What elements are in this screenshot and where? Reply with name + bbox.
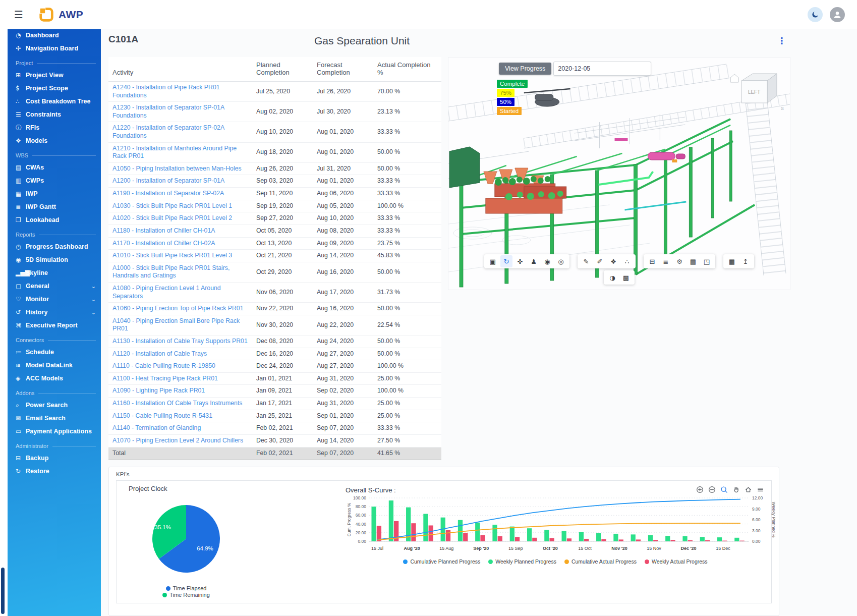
kebab-menu-button[interactable]: ⋮: [774, 35, 789, 47]
sidebar-item-dashboard[interactable]: ◔Dashboard: [8, 29, 101, 42]
point-cloud-icon[interactable]: ∴: [621, 255, 633, 267]
snapshot-camera-icon[interactable]: ◎: [555, 255, 567, 267]
sidebar-item-rfis[interactable]: ⓘRFIs: [8, 121, 101, 134]
progress-date-input[interactable]: [553, 62, 651, 76]
palette-icon[interactable]: ◑: [606, 271, 618, 284]
sidebar-item-constraints[interactable]: ☰Constraints: [8, 108, 101, 121]
activity-link[interactable]: A1160 - Installation Of Cable Trays Inst…: [112, 400, 242, 407]
activity-link[interactable]: A1020 - Stick Built Pipe Rack PR01 Level…: [112, 214, 232, 221]
sidebar-item-backup[interactable]: ⊟Backup: [8, 452, 101, 465]
activity-link[interactable]: A1000 - Stick Built Pipe Rack PR01 Stair…: [112, 264, 230, 279]
sidebar-item-schedule[interactable]: ≔Schedule: [8, 346, 101, 359]
activity-link[interactable]: A1130 - Installation of Cable Tray Suppo…: [112, 338, 248, 345]
activity-link[interactable]: A1100 - Heat Tracing Pipe Rack PR01: [112, 375, 218, 382]
map-icon[interactable]: ▦: [726, 255, 738, 267]
activity-link[interactable]: A1040 - Piping Erection Small Bore Pipe …: [112, 317, 240, 332]
weekly-planned-progress-bar: [406, 508, 411, 541]
svg-text:15 Oct: 15 Oct: [578, 546, 592, 551]
activity-link[interactable]: A1180 - Installation of Chiller CH-01A: [112, 227, 215, 234]
reset-home-button[interactable]: [743, 485, 753, 495]
view-progress-button[interactable]: View Progress: [499, 63, 551, 75]
sidebar-item-monitor[interactable]: ♡Monitor⌄: [8, 293, 101, 306]
sidebar-item-email-search[interactable]: ✉Email Search: [8, 412, 101, 425]
markup-icon[interactable]: ✐: [594, 255, 606, 267]
planned-completion-cell: Aug 10, 2020: [252, 122, 313, 142]
window-select-icon[interactable]: ▣: [487, 255, 499, 267]
layers-icon[interactable]: ≣: [660, 255, 672, 267]
activity-link[interactable]: A1120 - Installation of Cable Trays: [112, 350, 207, 357]
activity-link[interactable]: A1070 - Piping Erection Level 2 Around C…: [112, 437, 243, 444]
chart-legend-item[interactable]: Weekly Actual Progress: [645, 558, 708, 565]
orbit-icon[interactable]: ↻: [500, 255, 512, 267]
actual-completion-cell: 33.33 %: [373, 422, 441, 435]
activity-link[interactable]: A1060 - Piping Erection Top of Pipe Rack…: [112, 305, 244, 312]
measure-icon[interactable]: ✎: [580, 255, 592, 267]
sidebar-item-model-datalink[interactable]: ≋Model DataLink: [8, 359, 101, 372]
walkthrough-icon[interactable]: ♟: [528, 255, 540, 267]
elevation-icon[interactable]: ↥: [739, 255, 752, 267]
chart-legend-item[interactable]: Cumulative Actual Progress: [564, 558, 637, 565]
hamburger-menu-button[interactable]: ☰: [11, 8, 26, 21]
svg-text:Oct '20: Oct '20: [543, 546, 558, 551]
video-camera-icon[interactable]: ◉: [541, 255, 553, 267]
sidebar-item-history[interactable]: ↺History⌄: [8, 306, 101, 319]
sidebar-item-progress-dashboard[interactable]: ◷Progress Dashboard: [8, 240, 101, 253]
sidebar-item-models[interactable]: ❖Models: [8, 134, 101, 147]
activity-link[interactable]: A1050 - Piping Installation between Man-…: [112, 165, 242, 172]
model-tree-icon[interactable]: ⊟: [646, 255, 658, 267]
forecast-completion-cell: Aug 01, 2020: [313, 122, 373, 142]
activity-link[interactable]: A1200 - Installation of Separator SP-01A: [112, 177, 224, 184]
sidebar-item-skyline[interactable]: ▂▅▇Skyline: [8, 266, 101, 279]
sidebar-item-payment-applications[interactable]: ▭Payment Applications: [8, 425, 101, 438]
sidebar-item-iwp-gantt[interactable]: ≣IWP Gantt: [8, 200, 101, 213]
chart-menu-button[interactable]: [755, 485, 765, 495]
sidebar-item-restore[interactable]: ↻Restore: [8, 465, 101, 478]
pan-hand-button[interactable]: [731, 485, 741, 495]
sidebar-item-cwas[interactable]: ▤CWAs: [8, 161, 101, 174]
activity-link[interactable]: A1090 - Lighting Pipe Rack PR01: [112, 387, 205, 394]
weekly-planned-progress-bar: [631, 534, 636, 541]
sidebar-item-acc-models[interactable]: ◈ACC Models: [8, 372, 101, 385]
sidebar-item-general[interactable]: ▢General⌄: [8, 279, 101, 293]
explode-icon[interactable]: ❖: [607, 255, 619, 267]
sidebar-item-iwp[interactable]: ▦IWP: [8, 187, 101, 200]
column-header-forecast-completion: Forecast Completion: [313, 57, 373, 82]
activity-link[interactable]: A1240 - Installation of Pipe Rack PR01 F…: [112, 84, 220, 99]
zoom-out-button[interactable]: [707, 485, 717, 495]
zoom-in-button[interactable]: [695, 485, 705, 495]
sidebar-item-project-view[interactable]: ⊞Project View: [8, 69, 101, 82]
activity-link[interactable]: A1220 - Installation of Separator SP-02A…: [112, 124, 224, 139]
zoom-select-button[interactable]: [719, 485, 729, 495]
chart-legend-item[interactable]: Cumulative Planned Progress: [403, 558, 480, 565]
image-icon[interactable]: ▩: [620, 271, 632, 284]
dark-mode-toggle[interactable]: [808, 7, 823, 22]
sidebar-item-power-search[interactable]: ⌕Power Search: [8, 399, 101, 412]
user-avatar[interactable]: [830, 7, 845, 22]
weekly-planned-progress-bar: [734, 538, 739, 541]
activity-link[interactable]: A1170 - Installation of Chiller CH-02A: [112, 240, 215, 247]
sidebar-scrollbar[interactable]: [1, 568, 5, 614]
activity-link[interactable]: A1150 - Cable Pulling Route R-5431: [112, 412, 212, 419]
activity-link[interactable]: A1140 - Termination of Glanding: [112, 424, 201, 431]
sidebar-item-5d-simulation[interactable]: ◉5D Simulation: [8, 253, 101, 266]
chart-legend-item[interactable]: Weekly Planned Progress: [488, 558, 556, 565]
export-icon[interactable]: ◳: [701, 255, 713, 267]
activity-link[interactable]: A1210 - Installation of Manholes Around …: [112, 145, 237, 160]
properties-icon[interactable]: ▤: [687, 255, 699, 267]
sidebar-item-project-scope[interactable]: $Project Scope: [8, 82, 101, 95]
activity-link[interactable]: A1010 - Stick Built Pipe Rack PR01 Level…: [112, 252, 232, 259]
sidebar-item-cwps[interactable]: ▥CWPs: [8, 174, 101, 187]
viewer-topbar: View Progress: [499, 62, 651, 76]
activity-link[interactable]: A1230 - Installation of Separator SP-01A…: [112, 104, 224, 119]
pan-hand-icon[interactable]: ✜: [514, 255, 526, 267]
activity-link[interactable]: A1110 - Cable Pulling Route R-19850: [112, 362, 215, 369]
sidebar-item-executive-report[interactable]: ⌘Executive Report: [8, 319, 101, 332]
activity-link[interactable]: A1080 - Piping Erection Level 1 Around S…: [112, 285, 221, 300]
sidebar-item-cost-breakdown-tree[interactable]: ∴Cost Breakdown Tree: [8, 95, 101, 108]
column-header-actual-completion: Actual Completion %: [373, 57, 441, 82]
settings-gear-icon[interactable]: ⚙: [673, 255, 685, 267]
activity-link[interactable]: A1030 - Stick Built Pipe Rack PR01 Level…: [112, 202, 232, 209]
sidebar-item-navigation-board[interactable]: ✣Navigation Board: [8, 42, 101, 55]
activity-link[interactable]: A1190 - Installation of Separator SP-02A: [112, 190, 224, 197]
sidebar-item-lookahead[interactable]: ❐Lookahead: [8, 213, 101, 227]
